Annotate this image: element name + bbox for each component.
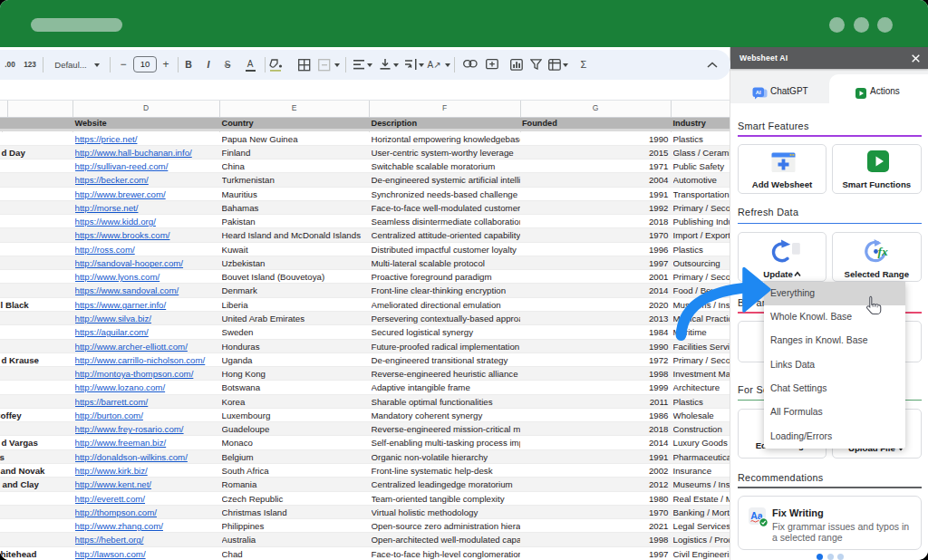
svg-text:AI: AI <box>756 90 761 95</box>
svg-text:fx: fx <box>878 245 888 258</box>
